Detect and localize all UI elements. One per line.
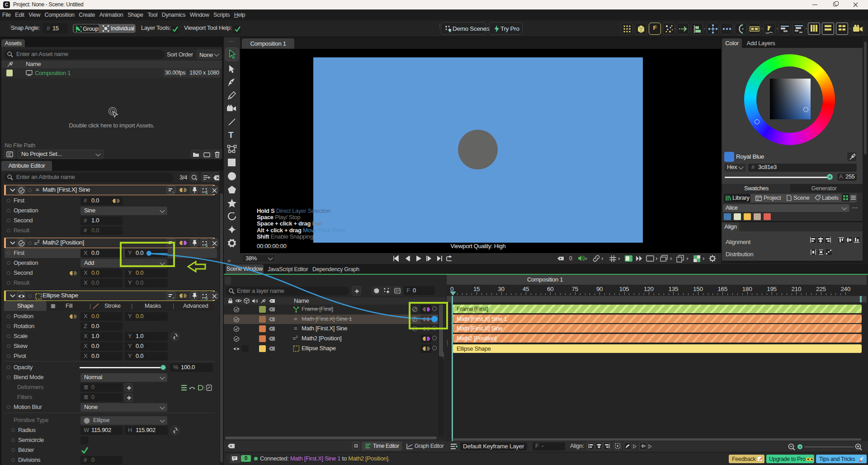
svg-text:0: 0 bbox=[569, 255, 572, 262]
